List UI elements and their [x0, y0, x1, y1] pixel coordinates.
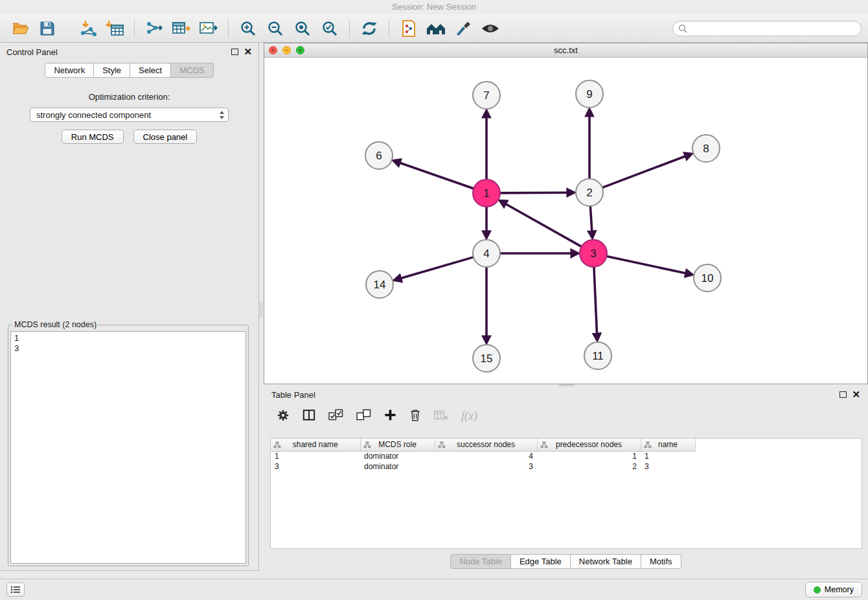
save-session-button[interactable] — [35, 17, 60, 40]
close-window-button[interactable]: × — [269, 46, 277, 54]
control-panel-float-button[interactable] — [231, 47, 238, 57]
window-titlebar: Session: New Session — [0, 0, 868, 14]
graph-node-2[interactable]: 2 — [576, 179, 603, 206]
function-builder-button[interactable]: f(x) — [461, 410, 477, 423]
delete-column-button[interactable] — [409, 408, 421, 424]
graph-node-7[interactable]: 7 — [473, 82, 500, 109]
mcds-result-title: MCDS result (2 nodes) — [12, 320, 98, 329]
status-bar: Memory — [0, 579, 868, 600]
network-window-titlebar[interactable]: × – + scc.txt — [264, 43, 867, 58]
graph-node-3[interactable]: 3 — [580, 240, 607, 267]
cell-predecessor-nodes[interactable]: 1 — [537, 451, 641, 461]
table-options-button[interactable] — [277, 409, 290, 424]
mcds-result-list[interactable]: 1 3 — [10, 331, 246, 564]
show-columns-button[interactable] — [303, 409, 315, 423]
open-session-button[interactable] — [8, 17, 32, 40]
column-header-shared-name[interactable]: shared name — [271, 439, 360, 451]
column-header-predecessor-nodes[interactable]: predecessor nodes — [537, 439, 641, 451]
create-column-button[interactable] — [384, 409, 396, 423]
deselect-all-button[interactable] — [356, 409, 371, 423]
tab-style[interactable]: Style — [94, 63, 130, 78]
zoom-selected-button[interactable] — [317, 17, 342, 40]
mcds-result-item[interactable]: 1 — [14, 333, 242, 343]
graph-edge-4-14[interactable] — [401, 257, 474, 279]
graph-edge-3-11[interactable] — [594, 267, 597, 334]
open-folder-icon — [12, 21, 29, 36]
column-type-icon — [273, 441, 281, 450]
cell-successor-nodes[interactable]: 3 — [435, 461, 537, 472]
graph-edge-1-2[interactable] — [500, 192, 567, 193]
zoom-in-button[interactable] — [236, 17, 260, 40]
graph-node-label: 11 — [592, 350, 604, 362]
close-panel-button[interactable]: Close panel — [133, 130, 198, 144]
tab-mcds[interactable]: MCDS — [171, 63, 213, 78]
graph-node-10[interactable]: 10 — [694, 264, 721, 292]
zoom-selected-icon — [321, 20, 338, 37]
memory-button[interactable]: Memory — [805, 582, 862, 597]
cell-name[interactable]: 1 — [641, 451, 695, 461]
tab-network[interactable]: Network — [45, 63, 94, 78]
minimize-window-button[interactable]: – — [282, 46, 291, 54]
column-header-name[interactable]: name — [641, 439, 695, 451]
delete-table-button[interactable] — [434, 409, 448, 423]
criterion-select[interactable]: strongly connected component — [30, 108, 229, 122]
export-table-button[interactable] — [169, 17, 194, 40]
graph-edge-3-1[interactable] — [506, 204, 582, 247]
graph-node-8[interactable]: 8 — [692, 135, 720, 162]
cell-shared-name[interactable]: 1 — [271, 451, 360, 461]
zoom-out-button[interactable] — [263, 17, 288, 40]
column-header-successor-nodes[interactable]: successor nodes — [435, 439, 537, 451]
table-row[interactable]: 3 dominator 3 2 3 — [271, 461, 695, 472]
tab-edge-table[interactable]: Edge Table — [511, 554, 571, 569]
zoom-fit-button[interactable] — [290, 17, 315, 40]
column-header-mcds-role[interactable]: MCDS role — [360, 439, 435, 451]
home-button[interactable] — [424, 17, 448, 40]
graph-node-6[interactable]: 6 — [365, 142, 393, 169]
tab-node-table[interactable]: Node Table — [450, 554, 511, 569]
graph-node-9[interactable]: 9 — [576, 80, 603, 108]
cell-mcds-role[interactable]: dominator — [360, 451, 435, 461]
refresh-view-button[interactable] — [357, 17, 382, 40]
graph-edge-3-10[interactable] — [607, 256, 686, 273]
style-brush-button[interactable] — [451, 17, 475, 40]
graph-node-1[interactable]: 1 — [473, 179, 500, 207]
table-header-row: shared name MCDS role successor nodes pr… — [271, 439, 695, 451]
table-row[interactable]: 1 dominator 4 1 1 — [271, 451, 695, 461]
search-box[interactable] — [672, 21, 862, 36]
network-graph[interactable]: 7968124314101511 — [264, 58, 867, 384]
graph-node-15[interactable]: 15 — [473, 345, 500, 372]
graph-node-11[interactable]: 11 — [584, 342, 611, 369]
graph-edge-2-3[interactable] — [590, 206, 591, 231]
graph-node-14[interactable]: 14 — [366, 271, 393, 298]
cell-shared-name[interactable]: 3 — [271, 461, 360, 472]
vertical-splitter[interactable] — [259, 43, 264, 571]
select-all-button[interactable] — [328, 409, 343, 423]
zoom-window-button[interactable]: + — [296, 46, 304, 54]
tab-select[interactable]: Select — [130, 63, 171, 78]
table-panel-close-button[interactable]: ✕ — [852, 390, 860, 400]
document-network-button[interactable] — [396, 17, 421, 40]
graph-node-label: 6 — [376, 150, 382, 162]
tab-motifs[interactable]: Motifs — [641, 554, 681, 569]
graph-edge-1-6[interactable] — [400, 163, 474, 189]
graph-edge-2-8[interactable] — [602, 156, 686, 188]
delete-table-icon — [434, 409, 448, 421]
tab-network-table[interactable]: Network Table — [571, 554, 641, 569]
import-network-button[interactable] — [75, 17, 100, 40]
task-history-button[interactable] — [6, 583, 25, 597]
mcds-result-item[interactable]: 3 — [14, 343, 242, 354]
cell-successor-nodes[interactable]: 4 — [435, 451, 537, 461]
graph-node-4[interactable]: 4 — [473, 240, 500, 267]
control-panel-close-button[interactable]: ✕ — [244, 47, 252, 57]
cell-mcds-role[interactable]: dominator — [360, 461, 435, 472]
cell-name[interactable]: 3 — [641, 461, 695, 472]
run-mcds-button[interactable]: Run MCDS — [62, 130, 124, 144]
table-panel-float-button[interactable] — [839, 390, 847, 400]
graph-node-label: 9 — [586, 88, 592, 100]
export-image-button[interactable] — [196, 17, 221, 40]
search-input[interactable] — [691, 23, 856, 33]
export-network-button[interactable] — [142, 17, 166, 40]
eye-button[interactable] — [478, 17, 503, 40]
cell-predecessor-nodes[interactable]: 2 — [537, 461, 641, 472]
import-table-button[interactable] — [102, 17, 127, 40]
